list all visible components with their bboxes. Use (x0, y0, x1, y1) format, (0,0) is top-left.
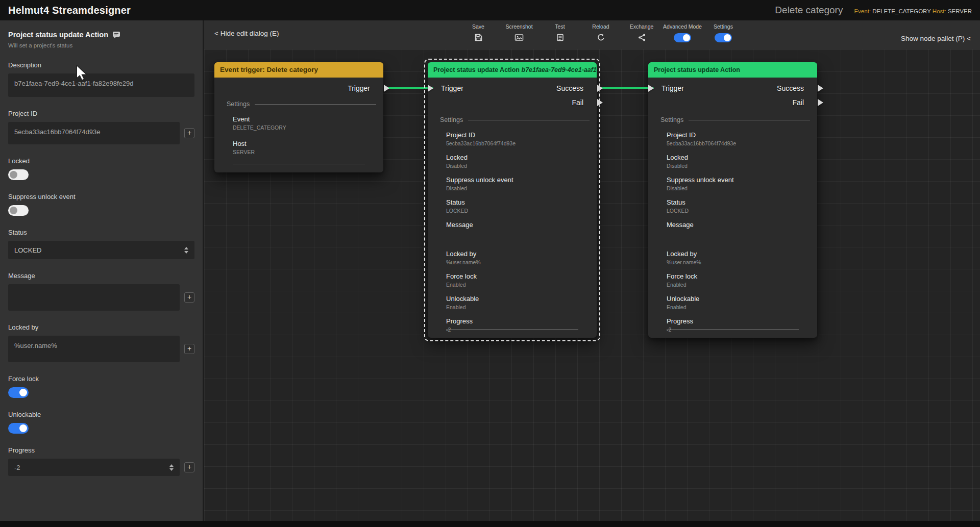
node-setting-item: Force lockEnabled (667, 272, 810, 288)
force-lock-toggle[interactable] (8, 387, 29, 398)
project-id-add-button[interactable]: + (184, 128, 194, 138)
locked-by-label: Locked by (8, 323, 194, 331)
message-add-button[interactable]: + (184, 292, 194, 303)
status-select[interactable]: LOCKED (8, 241, 194, 259)
locked-by-add-button[interactable]: + (184, 344, 194, 354)
node-setting-item: Progress-2 (446, 317, 590, 333)
select-arrows-icon (184, 247, 188, 254)
field-project-id: Project ID 5ecba33ac16bb7064f74d93e + (8, 110, 194, 144)
save-icon (474, 33, 483, 42)
toolbar-actions: Save Screenshot Test (458, 23, 744, 42)
test-button[interactable]: Test (540, 23, 580, 42)
node-header[interactable]: Project status update Action (648, 62, 817, 78)
description-input[interactable]: b7e1faea-7ed9-4ce1-aaf1-fa82e98fe29d (8, 73, 194, 97)
output-port-arrow[interactable] (384, 85, 389, 92)
node-footer-line (667, 329, 799, 330)
node-setting-item: StatusLOCKED (667, 198, 810, 214)
node-setting-item: Project ID5ecba33ac16bb7064f74d93e (667, 131, 810, 147)
stream-name: Delete category (775, 5, 843, 16)
message-label: Message (8, 272, 194, 280)
input-port-arrow[interactable] (428, 85, 433, 92)
hide-edit-dialog-button[interactable]: < Hide edit dialog (E) (214, 30, 279, 37)
field-locked-by: Locked by %user.name% + (8, 323, 194, 362)
test-icon (556, 33, 565, 42)
node-footer-line (233, 164, 365, 164)
field-suppress-unlock-event: Suppress unlock event (8, 193, 194, 216)
project-id-input[interactable]: 5ecba33ac16bb7064f74d93e (8, 122, 180, 144)
success-port-label: Success (777, 84, 804, 92)
field-message: Message + (8, 272, 194, 311)
success-port-arrow[interactable] (597, 85, 603, 92)
show-node-pallet-button[interactable]: Show node pallet (P) < (901, 35, 971, 42)
node-footer-line (446, 329, 578, 330)
input-port-label: Trigger (662, 84, 684, 92)
node-project-status-update[interactable]: Project status update Action Trigger Suc… (648, 62, 817, 338)
designer-toolbar: < Hide edit dialog (E) Save Screenshot (204, 20, 980, 49)
node-setting-item: Locked by%user.name% (446, 250, 590, 266)
force-lock-label: Force lock (8, 375, 194, 383)
progress-input[interactable]: -2 (8, 459, 180, 476)
node-event-trigger[interactable]: Event trigger: Delete category Trigger S… (214, 62, 383, 172)
locked-toggle[interactable] (8, 169, 29, 180)
title-bar: Helmut4 Streamdesigner Delete category E… (0, 0, 980, 20)
screenshot-button[interactable]: Screenshot (499, 23, 540, 42)
progress-label: Progress (8, 446, 194, 454)
field-status: Status LOCKED (8, 229, 194, 259)
locked-by-input[interactable]: %user.name% (8, 336, 180, 362)
node-setting-item: UnlockableEnabled (667, 295, 810, 311)
node-project-status-update-selected[interactable]: Project status update Action b7e1faea-7e… (428, 62, 597, 338)
success-port-arrow[interactable] (818, 85, 823, 92)
stream-canvas[interactable]: Event trigger: Delete category Trigger S… (204, 49, 980, 521)
settings-control: Settings (703, 23, 744, 42)
field-description: Description b7e1faea-7ed9-4ce1-aaf1-fa82… (8, 61, 194, 97)
suppress-unlock-event-toggle[interactable] (8, 205, 29, 216)
fail-port-label: Fail (792, 98, 804, 107)
advanced-mode-toggle[interactable] (674, 33, 691, 42)
reload-button[interactable]: Reload (580, 23, 621, 42)
node-header[interactable]: Project status update Action b7e1faea-7e… (428, 62, 597, 78)
comment-icon[interactable] (112, 31, 120, 38)
exchange-icon (638, 33, 646, 42)
unlockable-toggle[interactable] (8, 423, 29, 434)
fail-port-arrow[interactable] (818, 99, 823, 106)
save-button[interactable]: Save (458, 23, 499, 42)
node-setting-item: Project ID5ecba33ac16bb7064f74d93e (446, 131, 590, 147)
node-setting-item: Host SERVER (233, 140, 376, 156)
node-setting-item: StatusLOCKED (446, 198, 590, 214)
field-locked: Locked (8, 157, 194, 180)
success-port-label: Success (556, 84, 583, 92)
node-title: Project status update Action (433, 66, 520, 73)
status-label: Status (8, 229, 194, 236)
input-port-label: Trigger (441, 84, 463, 92)
event-label: Event: (854, 8, 871, 14)
settings-section-label: Settings (227, 101, 250, 108)
settings-section-label: Settings (660, 116, 683, 123)
node-header[interactable]: Event trigger: Delete category (214, 62, 383, 78)
connection-success-to-trigger[interactable] (597, 87, 654, 89)
connection-trigger-to-trigger[interactable] (384, 87, 433, 89)
node-setting-item: LockedDisabled (667, 154, 810, 169)
field-progress: Progress -2 + (8, 446, 194, 476)
host-label: Host: (933, 8, 946, 14)
node-setting-item: Suppress unlock eventDisabled (667, 176, 810, 192)
exchange-button[interactable]: Exchange (621, 23, 662, 42)
message-input[interactable] (8, 284, 180, 311)
fail-port-arrow[interactable] (597, 99, 603, 106)
number-stepper[interactable] (169, 464, 174, 471)
event-value: DELETE_CATEGORY (872, 8, 930, 14)
app-title: Helmut4 Streamdesigner (8, 5, 131, 16)
description-label: Description (8, 61, 194, 69)
project-id-label: Project ID (8, 110, 194, 117)
suppress-unlock-event-label: Suppress unlock event (8, 193, 194, 200)
settings-toggle[interactable] (715, 33, 732, 42)
input-port-arrow[interactable] (648, 85, 654, 92)
advanced-mode-control: Advanced Mode (662, 23, 703, 42)
field-force-lock: Force lock (8, 375, 194, 398)
panel-subtitle: Will set a project's status (8, 42, 194, 48)
reload-icon (597, 33, 605, 42)
screenshot-icon (514, 33, 524, 42)
node-setting-item: Message (667, 221, 810, 243)
unlockable-label: Unlockable (8, 411, 194, 418)
node-setting-item: Message (446, 221, 590, 243)
progress-add-button[interactable]: + (184, 462, 194, 472)
